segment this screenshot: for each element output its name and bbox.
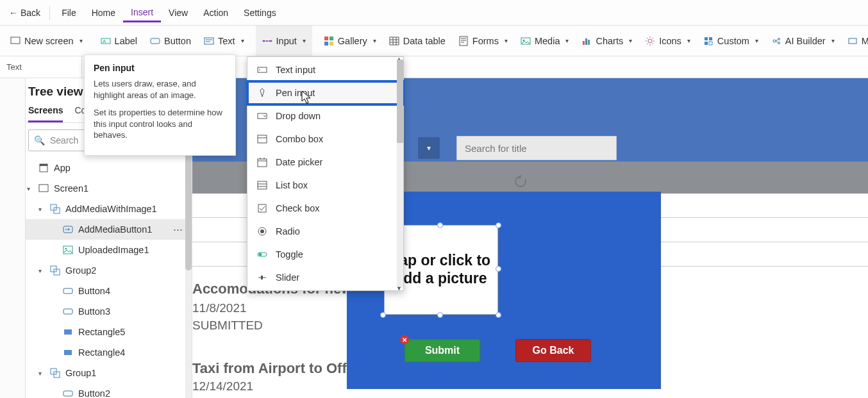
selection-handle[interactable] [496, 312, 501, 318]
dropdown-item-pen-input[interactable]: Pen input [247, 81, 403, 104]
svg-rect-55 [261, 276, 263, 279]
svg-rect-22 [709, 42, 712, 45]
forms-button[interactable]: Forms▾ [452, 26, 514, 56]
sort-dropdown-button[interactable]: ▾ [418, 137, 440, 159]
tree-node-rectangle4[interactable]: Rectangle4 [0, 342, 192, 363]
dropdown-scrollbar[interactable] [397, 60, 403, 288]
tree-list: App▾Screen1⚠▾AddMediaWithImage1AddMediaB… [0, 158, 192, 398]
icons-button[interactable]: Icons▾ [638, 26, 697, 56]
text-label: Text [218, 36, 235, 46]
menu-action[interactable]: Action [196, 4, 236, 22]
menu-view[interactable]: View [161, 4, 196, 22]
tree-node-label: Button4 [78, 286, 110, 296]
dropdown-item-combo-box[interactable]: Combo box [247, 128, 403, 151]
tree-node-screen1[interactable]: ▾Screen1⚠ [0, 178, 192, 199]
title-search-input[interactable]: Search for title [456, 136, 617, 160]
custom-label: Custom [717, 36, 749, 46]
ai-builder-button[interactable]: AI Builder▾ [765, 26, 841, 56]
back-label: Back [21, 8, 40, 18]
tree-node-addmediabutton1[interactable]: AddMediaButton1⋯ [0, 219, 192, 240]
tree-node-uploadedimage1[interactable]: UploadedImage1 [0, 240, 192, 260]
menu-file[interactable]: File [54, 4, 84, 22]
svg-point-5 [262, 40, 264, 42]
button-button[interactable]: Button [144, 26, 197, 56]
tree-scrollbar[interactable] [185, 142, 192, 398]
tab-screens[interactable]: Screens [28, 101, 63, 122]
selection-handle[interactable] [437, 312, 443, 318]
dropdown-item-check-box[interactable]: Check box [247, 197, 403, 220]
dropdown-item-slider[interactable]: Slider [247, 266, 403, 289]
tree-node-label: Rectangle5 [78, 327, 125, 337]
dropdown-item-date-picker[interactable]: Date picker [247, 151, 403, 174]
chevron-down-icon: ▾ [505, 37, 508, 44]
date-icon [256, 156, 268, 168]
dropdown-item-label: Slider [276, 272, 299, 283]
input-button[interactable]: Input▾ [256, 26, 312, 56]
tree-node-button2[interactable]: Button2 [0, 383, 192, 398]
selection-handle[interactable] [380, 312, 386, 318]
dropdown-item-text-input[interactable]: Text input [247, 58, 403, 81]
tree-node-rectangle5[interactable]: Rectangle5 [0, 322, 192, 342]
menu-insert[interactable]: Insert [123, 3, 161, 22]
svg-rect-0 [11, 37, 20, 44]
go-back-button[interactable]: Go Back [515, 339, 591, 362]
custom-button[interactable]: Custom▾ [697, 26, 765, 56]
forms-label: Forms [472, 36, 499, 46]
screen-icon [38, 183, 49, 194]
gallery-button[interactable]: Gallery▾ [317, 26, 383, 56]
chevron-down-icon: ▾ [629, 37, 632, 44]
text-button[interactable]: Text▾ [197, 26, 251, 56]
tooltip-title: Pen input [94, 63, 226, 73]
submit-button[interactable]: ✕ Submit [405, 339, 480, 362]
tree-node-group1[interactable]: ▾Group1 [0, 363, 192, 383]
svg-rect-41 [64, 350, 72, 355]
top-menu-bar: ← Back File Home Insert View Action Sett… [0, 0, 868, 26]
tree-node-group2[interactable]: ▾Group2 [0, 260, 192, 281]
scroll-down-icon[interactable]: ▼ [396, 285, 402, 292]
label-label: Label [115, 36, 137, 46]
svg-text:A: A [103, 38, 106, 44]
tree-node-addmediawithimage1[interactable]: ▾AddMediaWithImage1 [0, 199, 192, 219]
more-icon[interactable]: ⋯ [173, 224, 183, 235]
media-button[interactable]: Media▾ [514, 26, 576, 56]
tree-node-button4[interactable]: Button4 [0, 281, 192, 301]
menu-settings[interactable]: Settings [236, 4, 284, 22]
tree-node-label: Group1 [65, 368, 96, 378]
dropdown-item-list-box[interactable]: List box [247, 174, 403, 197]
dropdown-item-label: Combo box [276, 134, 323, 144]
back-button[interactable]: ← Back [4, 8, 46, 18]
label-button[interactable]: A Label [94, 26, 144, 56]
pen-input-tooltip: Pen input Lets users draw, erase, and hi… [84, 54, 236, 156]
svg-rect-44 [63, 391, 72, 396]
separator [49, 6, 50, 20]
svg-point-18 [648, 39, 652, 43]
search-placeholder: Search [50, 135, 78, 145]
media-icon [521, 36, 531, 46]
tree-node-app[interactable]: App [0, 158, 192, 178]
data-table-button[interactable]: Data table [383, 26, 452, 56]
dropdown-item-drop-down[interactable]: Drop down [247, 104, 403, 128]
radio-icon [256, 226, 268, 237]
media-label: Media [535, 36, 560, 46]
property-selector[interactable]: Text [0, 56, 82, 78]
selection-handle[interactable] [496, 222, 501, 228]
svg-rect-11 [390, 37, 399, 45]
tree-node-button3[interactable]: Button3 [0, 301, 192, 322]
dropdown-item-label: Text input [276, 65, 315, 75]
refresh-icon[interactable] [513, 174, 528, 188]
new-screen-button[interactable]: New screen▾ [4, 26, 89, 56]
group-icon [50, 204, 60, 214]
dropdown-item-radio[interactable]: Radio [247, 220, 403, 243]
charts-button[interactable]: Charts▾ [575, 26, 638, 56]
button-icon [63, 388, 73, 398]
button-label: Button [164, 36, 191, 46]
selection-handle[interactable] [437, 222, 443, 228]
scrollbar-thumb[interactable] [397, 60, 403, 143]
ai-builder-label: AI Builder [785, 36, 826, 46]
label-icon: A [101, 36, 111, 46]
selection-handle[interactable] [496, 266, 501, 272]
dropdown-item-toggle[interactable]: Toggle [247, 243, 403, 266]
mixed-button[interactable]: M [841, 26, 868, 56]
scrollbar-thumb[interactable] [185, 142, 192, 270]
menu-home[interactable]: Home [84, 4, 123, 22]
